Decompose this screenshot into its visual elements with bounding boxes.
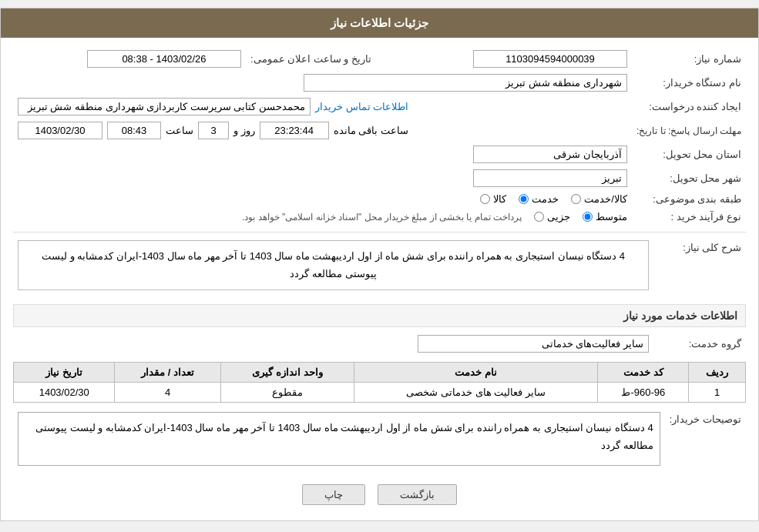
service-group-input[interactable] — [418, 335, 649, 353]
delivery-city-label: شهر محل تحویل: — [632, 166, 746, 190]
reply-days-label: روز و — [233, 125, 255, 136]
buyer-description-text: 4 دستگاه نیسان استیجاری به همراه راننده … — [35, 422, 653, 451]
cell-name-0: سایر فعالیت های خدماتی شخصی — [354, 382, 598, 402]
delivery-city-input[interactable] — [473, 169, 627, 187]
reply-remaining-input[interactable] — [260, 122, 329, 139]
purchase-motavasset-label: متوسط — [596, 211, 627, 223]
col-date: تاریخ نیاز — [14, 362, 115, 382]
need-number-label: شماره نیاز: — [632, 47, 746, 71]
reply-remaining-label: ساعت باقی مانده — [334, 125, 408, 136]
col-code: کد خدمت — [598, 362, 689, 382]
services-table: ردیف کد خدمت نام خدمت واحد اندازه گیری ت… — [13, 362, 746, 403]
reply-time-label: ساعت — [166, 125, 193, 136]
delivery-province-input[interactable] — [473, 146, 627, 163]
bottom-buttons-area: بازگشت چاپ — [13, 475, 746, 511]
purchase-jozei-option[interactable]: جزیی — [534, 211, 570, 223]
service-group-label: گروه خدمت: — [653, 332, 746, 356]
category-kala-khedmat-radio[interactable] — [571, 194, 581, 204]
services-section-title: اطلاعات خدمات مورد نیاز — [13, 304, 746, 327]
requester-label: ایجاد کننده درخواست: — [632, 95, 746, 119]
category-kala-khedmat-option[interactable]: کالا/خدمت — [571, 193, 627, 205]
buyer-org-label: نام دستگاه خریدار: — [632, 71, 746, 95]
cell-row-0: 1 — [689, 382, 746, 402]
needs-description-text: 4 دستگاه نیسان استیجاری به همراه راننده … — [42, 250, 625, 279]
buyer-org-input[interactable] — [304, 74, 627, 92]
back-button[interactable]: بازگشت — [378, 484, 457, 505]
cell-qty-0: 4 — [115, 382, 220, 402]
category-label: طبقه بندی موضوعی: — [632, 190, 746, 208]
buyer-description-box: 4 دستگاه نیسان استیجاری به همراه راننده … — [18, 412, 660, 466]
cell-unit-0: مقطوع — [220, 382, 354, 402]
reply-time-input[interactable] — [107, 122, 161, 139]
category-khedmat-option[interactable]: خدمت — [519, 193, 559, 205]
purchase-jozei-label: جزیی — [547, 211, 570, 223]
purchase-note: پرداخت تمام یا بخشی از مبلغ خریدار محل "… — [242, 212, 522, 223]
requester-input[interactable] — [18, 98, 311, 115]
category-kala-radio[interactable] — [480, 194, 490, 204]
announce-datetime-label: تاریخ و ساعت اعلان عمومی: — [246, 47, 376, 71]
announce-datetime-input[interactable] — [87, 50, 241, 68]
col-unit: واحد اندازه گیری — [220, 362, 354, 382]
category-khedmat-label: خدمت — [532, 193, 559, 205]
cell-code-0: 960-96-ط — [598, 382, 689, 402]
delivery-province-label: استان محل تحویل: — [632, 142, 746, 166]
col-name: نام خدمت — [354, 362, 598, 382]
category-kala-khedmat-label: کالا/خدمت — [584, 193, 627, 205]
col-qty: تعداد / مقدار — [115, 362, 220, 382]
purchase-jozei-radio[interactable] — [534, 212, 544, 222]
purchase-type-label: نوع فرآیند خرید : — [632, 208, 746, 226]
page-header: جزئیات اطلاعات نیاز — [1, 8, 758, 38]
category-khedmat-radio[interactable] — [519, 194, 529, 204]
category-kala-option[interactable]: کالا — [480, 193, 506, 205]
needs-description-label: شرح کلی نیاز: — [653, 237, 746, 298]
table-row: 1 960-96-ط سایر فعالیت های خدماتی شخصی م… — [14, 382, 746, 402]
buyer-description-label: توصیحات خریدار: — [665, 409, 746, 469]
page-title: جزئیات اطلاعات نیاز — [331, 16, 428, 29]
purchase-motavasset-option[interactable]: متوسط — [583, 211, 627, 223]
purchase-motavasset-radio[interactable] — [583, 212, 593, 222]
requester-contact-link[interactable]: اطلاعات تماس خریدار — [315, 101, 408, 112]
reply-date-input[interactable] — [18, 122, 102, 139]
reply-deadline-label: مهلت ارسال پاسخ: تا تاریخ: — [632, 119, 746, 142]
cell-date-0: 1403/02/30 — [14, 382, 115, 402]
needs-description-box: 4 دستگاه نیسان استیجاری به همراه راننده … — [18, 240, 649, 290]
col-row: ردیف — [689, 362, 746, 382]
reply-days-input[interactable] — [198, 122, 229, 139]
category-kala-label: کالا — [493, 193, 506, 205]
need-number-input[interactable] — [473, 50, 627, 68]
print-button[interactable]: چاپ — [302, 484, 365, 505]
